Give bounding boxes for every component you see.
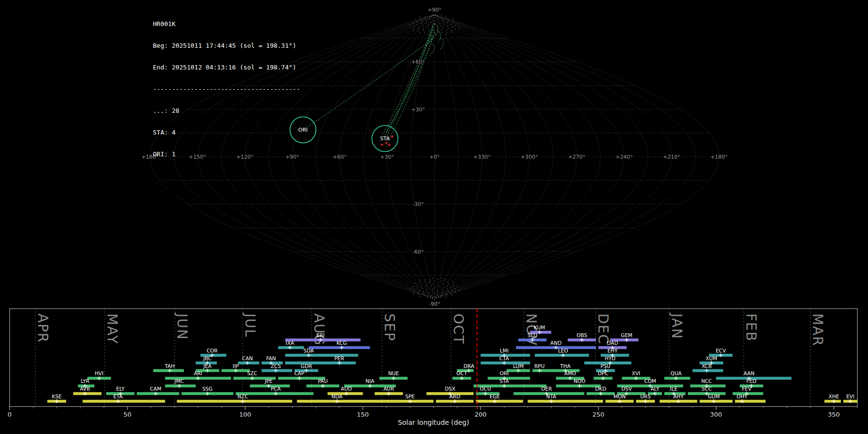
meteor-tracks bbox=[303, 21, 444, 141]
pole-dot bbox=[446, 34, 446, 35]
x-axis-title: Solar longitude (deg) bbox=[398, 419, 469, 426]
grid-meridian bbox=[364, 14, 435, 299]
shower-label: FEV bbox=[742, 386, 752, 392]
meteor-track bbox=[437, 30, 441, 43]
pole-dot bbox=[429, 19, 430, 19]
pole-dot bbox=[413, 286, 413, 286]
latitude-label: +30° bbox=[411, 107, 425, 113]
pole-dot bbox=[426, 23, 426, 23]
pole-dot bbox=[434, 288, 434, 288]
pole-dot bbox=[422, 288, 423, 289]
shower-bar bbox=[476, 400, 523, 403]
pole-dot bbox=[420, 296, 420, 297]
pole-dot bbox=[441, 296, 442, 296]
longitude-label: +180° bbox=[710, 154, 728, 160]
shower-bar bbox=[82, 400, 165, 403]
radiant-label: STA bbox=[380, 136, 390, 142]
pole-dot bbox=[440, 298, 440, 298]
pole-dot bbox=[420, 286, 421, 287]
shower-label: FAN bbox=[266, 355, 276, 361]
shower-label: DAD bbox=[607, 340, 618, 346]
shower-label: FED bbox=[746, 378, 757, 384]
shower-label: ILE bbox=[670, 386, 678, 392]
pole-dot bbox=[441, 17, 441, 18]
pole-dot bbox=[423, 293, 423, 294]
pole-dot bbox=[417, 24, 417, 25]
pole-dot bbox=[453, 284, 454, 284]
longitude-label: +30° bbox=[380, 154, 394, 160]
shower-label: KUM bbox=[534, 325, 545, 330]
month-label: JUN bbox=[174, 312, 190, 340]
pole-dot bbox=[445, 16, 446, 17]
shower-label: HYD bbox=[605, 355, 615, 361]
shower-label: SDA bbox=[303, 348, 314, 353]
pole-dot bbox=[430, 280, 431, 280]
pole-dot bbox=[437, 290, 438, 290]
pole-dot bbox=[443, 291, 443, 292]
pole-dot bbox=[448, 28, 448, 28]
pole-dot bbox=[421, 21, 422, 21]
pole-dot bbox=[417, 285, 417, 285]
shower-bar bbox=[735, 400, 765, 403]
pole-dot bbox=[413, 28, 413, 28]
pole-dot bbox=[448, 22, 448, 23]
pole-dot bbox=[424, 18, 425, 19]
pole-dot bbox=[419, 290, 420, 290]
pole-dot bbox=[430, 16, 431, 17]
pole-dot bbox=[445, 280, 446, 280]
count-sta: STA: 4 bbox=[153, 129, 300, 136]
session-begin: Beg: 20251011 17:44:45 (sol = 198.31°) bbox=[153, 42, 300, 49]
shower-label: NOO bbox=[574, 378, 585, 384]
pole-dot bbox=[432, 35, 432, 36]
pole-dot bbox=[433, 27, 433, 28]
shower-bar bbox=[700, 400, 732, 403]
pole-dot bbox=[453, 22, 453, 23]
pole-dot bbox=[423, 30, 423, 30]
shower-label: GDR bbox=[301, 363, 312, 369]
shower-label: EVI bbox=[846, 393, 854, 399]
shower-label: SLD bbox=[528, 332, 538, 338]
tick-label: 0 bbox=[8, 411, 12, 418]
longitude-label: +300° bbox=[521, 154, 538, 160]
pole-dot bbox=[444, 24, 445, 24]
pole-dot bbox=[432, 289, 433, 289]
shower-label: AUR bbox=[383, 386, 394, 392]
pole-dot bbox=[457, 23, 458, 24]
pole-dot bbox=[441, 293, 442, 294]
month-label: APR bbox=[35, 313, 51, 343]
grid-meridian bbox=[434, 14, 506, 299]
pole-dot bbox=[424, 32, 425, 32]
shower-label: CAN bbox=[242, 355, 253, 361]
pole-dot bbox=[410, 25, 410, 25]
shower-bar bbox=[285, 339, 360, 341]
pole-dot bbox=[431, 285, 431, 286]
count-sporadic: ...: 28 bbox=[153, 107, 300, 114]
tick-label: 150 bbox=[357, 411, 369, 418]
shower-bar bbox=[177, 400, 292, 403]
pole-dot bbox=[414, 26, 415, 27]
pole-dot bbox=[434, 25, 434, 25]
shower-label: NDA bbox=[331, 393, 343, 399]
pole-dot bbox=[451, 287, 451, 288]
latitude-label: -30° bbox=[412, 201, 423, 207]
pole-dot bbox=[425, 16, 425, 17]
pole-dot bbox=[459, 290, 459, 290]
pole-dot bbox=[423, 28, 424, 28]
shower-label: TAH bbox=[164, 363, 175, 369]
pole-dot bbox=[459, 27, 459, 27]
pole-dot bbox=[452, 290, 452, 291]
shower-label: AND bbox=[550, 340, 561, 346]
pole-dot bbox=[414, 289, 415, 290]
pole-dot bbox=[455, 288, 456, 289]
pole-dot bbox=[433, 284, 433, 284]
chart-border bbox=[10, 309, 857, 407]
shower-label: CAM bbox=[150, 386, 162, 392]
tick-label: 350 bbox=[828, 411, 840, 418]
pole-dot bbox=[442, 26, 442, 27]
pole-dot bbox=[433, 20, 433, 21]
shower-label: NUE bbox=[388, 370, 399, 376]
pole-dot bbox=[429, 282, 430, 283]
pole-dot bbox=[429, 294, 429, 294]
shower-label: LEO bbox=[558, 348, 568, 353]
pole-dot bbox=[446, 298, 446, 298]
